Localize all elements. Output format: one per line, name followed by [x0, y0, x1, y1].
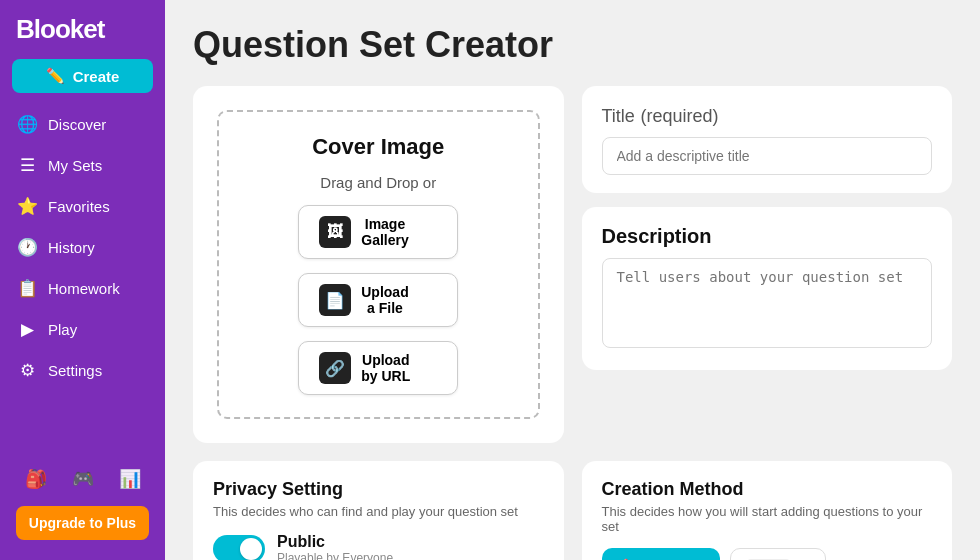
- sidebar-item-play[interactable]: ▶ Play: [4, 310, 161, 349]
- right-panel: Title (required) Description: [582, 86, 953, 443]
- discover-icon: 🌐: [16, 114, 38, 135]
- upload-file-icon: 📄: [319, 284, 351, 316]
- toggle-knob: [240, 538, 262, 560]
- sidebar: Blooket ✏️ Create 🌐 Discover ☰ My Sets ⭐…: [0, 0, 165, 560]
- sidebar-icons-row: 🎒 🎮 📊: [4, 462, 161, 496]
- create-button[interactable]: ✏️ Create: [12, 59, 153, 93]
- homework-icon: 📋: [16, 278, 38, 299]
- sidebar-item-play-label: Play: [48, 321, 77, 338]
- bottom-row: Privacy Setting This decides who can fin…: [193, 461, 952, 560]
- sidebar-icon-3[interactable]: 📊: [119, 468, 141, 490]
- upload-file-button[interactable]: 📄 Uploada File: [298, 273, 458, 327]
- sidebar-item-discover-label: Discover: [48, 116, 106, 133]
- creation-subtitle: This decides how you will start adding q…: [602, 504, 933, 534]
- cover-image-card: Cover Image Drag and Drop or 🖼 ImageGall…: [193, 86, 564, 443]
- q-button[interactable]: Active Q: [730, 548, 826, 560]
- privacy-label-group: Public Playable by Everyone: [277, 533, 393, 560]
- image-gallery-button[interactable]: 🖼 ImageGallery: [298, 205, 458, 259]
- privacy-subtitle: This decides who can find and play your …: [213, 504, 544, 519]
- upload-file-label: Uploada File: [361, 284, 408, 316]
- privacy-sublabel: Playable by Everyone: [277, 551, 393, 560]
- play-icon: ▶: [16, 319, 38, 340]
- sidebar-item-homework-label: Homework: [48, 280, 120, 297]
- page-title: Question Set Creator: [193, 24, 952, 66]
- sidebar-item-favorites[interactable]: ⭐ Favorites: [4, 187, 161, 226]
- creation-title: Creation Method: [602, 479, 933, 500]
- favorites-icon: ⭐: [16, 196, 38, 217]
- image-gallery-icon: 🖼: [319, 216, 351, 248]
- description-input[interactable]: [602, 258, 933, 348]
- sidebar-bottom: 🎒 🎮 📊 Upgrade to Plus: [0, 454, 165, 560]
- privacy-card: Privacy Setting This decides who can fin…: [193, 461, 564, 560]
- title-section: Title (required): [582, 86, 953, 193]
- privacy-title: Privacy Setting: [213, 479, 544, 500]
- my-sets-icon: ☰: [16, 155, 38, 176]
- sidebar-item-settings-label: Settings: [48, 362, 102, 379]
- sidebar-icon-2[interactable]: 🎮: [72, 468, 94, 490]
- description-label: Description: [602, 225, 933, 248]
- description-section: Description: [582, 207, 953, 370]
- creation-method-card: Creation Method This decides how you wil…: [582, 461, 953, 560]
- cover-image-dropzone[interactable]: Cover Image Drag and Drop or 🖼 ImageGall…: [217, 110, 540, 419]
- upgrade-button[interactable]: Upgrade to Plus: [16, 506, 149, 540]
- create-label: Create: [73, 68, 120, 85]
- upload-url-label: Uploadby URL: [361, 352, 410, 384]
- sidebar-item-homework[interactable]: 📋 Homework: [4, 269, 161, 308]
- sidebar-item-my-sets-label: My Sets: [48, 157, 102, 174]
- sidebar-item-favorites-label: Favorites: [48, 198, 110, 215]
- sidebar-item-history[interactable]: 🕐 History: [4, 228, 161, 267]
- creation-buttons: ✏️ Manual Active Q: [602, 548, 933, 560]
- sidebar-icon-1[interactable]: 🎒: [25, 468, 47, 490]
- settings-icon: ⚙: [16, 360, 38, 381]
- sidebar-nav: 🌐 Discover ☰ My Sets ⭐ Favorites 🕐 Histo…: [0, 105, 165, 454]
- privacy-row: Public Playable by Everyone: [213, 533, 544, 560]
- main-content: Question Set Creator Cover Image Drag an…: [165, 0, 980, 560]
- privacy-label: Public: [277, 533, 393, 551]
- cover-image-title: Cover Image: [312, 134, 444, 160]
- sidebar-item-settings[interactable]: ⚙ Settings: [4, 351, 161, 390]
- sidebar-item-history-label: History: [48, 239, 95, 256]
- privacy-toggle[interactable]: [213, 535, 265, 560]
- upload-url-icon: 🔗: [319, 352, 351, 384]
- manual-button[interactable]: ✏️ Manual: [602, 548, 721, 560]
- sidebar-item-discover[interactable]: 🌐 Discover: [4, 105, 161, 144]
- upload-url-button[interactable]: 🔗 Uploadby URL: [298, 341, 458, 395]
- drag-drop-text: Drag and Drop or: [320, 174, 436, 191]
- title-input[interactable]: [602, 137, 933, 175]
- history-icon: 🕐: [16, 237, 38, 258]
- sidebar-item-my-sets[interactable]: ☰ My Sets: [4, 146, 161, 185]
- create-icon: ✏️: [46, 67, 65, 85]
- app-logo: Blooket: [0, 0, 165, 55]
- content-grid: Cover Image Drag and Drop or 🖼 ImageGall…: [193, 86, 952, 560]
- image-gallery-label: ImageGallery: [361, 216, 408, 248]
- title-label: Title (required): [602, 104, 933, 127]
